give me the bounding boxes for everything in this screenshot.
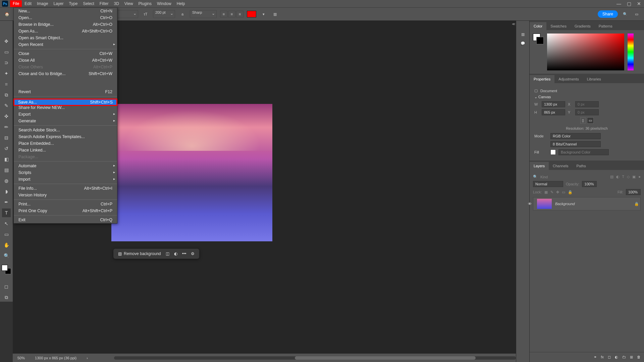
menu-file[interactable]: File	[10, 0, 22, 7]
landscape-icon[interactable]: ▭	[587, 117, 594, 124]
blend-mode-select[interactable]: Normal	[533, 181, 563, 187]
zoom-level[interactable]: 50%	[17, 356, 25, 360]
menu-item-open-recent[interactable]: Open Recent	[14, 41, 117, 48]
fg-bg-color-swatch[interactable]	[2, 265, 11, 274]
tool-brush[interactable]: ✏	[2, 123, 11, 131]
layer-visibility-icon[interactable]: 👁	[528, 202, 532, 206]
quick-mask-icon[interactable]: ◻	[2, 282, 11, 291]
workspace-icon[interactable]: ▭	[633, 10, 641, 18]
menu-item-generate[interactable]: Generate	[14, 118, 117, 124]
color-field[interactable]	[547, 34, 624, 70]
status-expand-icon[interactable]: ›	[87, 356, 88, 360]
menu-item-print-one-copy[interactable]: Print One CopyAlt+Shift+Ctrl+P	[14, 207, 117, 214]
menu-item-place-embedded-[interactable]: Place Embedded...	[14, 140, 117, 147]
tool-type[interactable]: T	[2, 208, 11, 217]
tool-lasso[interactable]: ⊃	[2, 58, 11, 67]
menu-item-export[interactable]: Export	[14, 111, 117, 118]
layer-mask-icon[interactable]: ◻	[608, 355, 611, 359]
fill-swatch[interactable]	[550, 149, 556, 155]
tab-adjustments[interactable]: Adjustments	[554, 75, 583, 83]
menu-item-scripts[interactable]: Scripts	[14, 169, 117, 176]
menu-item-print-[interactable]: Print...Ctrl+P	[14, 201, 117, 207]
menu-item-new-[interactable]: New...Ctrl+N	[14, 8, 117, 14]
menu-item-place-linked-[interactable]: Place Linked...	[14, 147, 117, 154]
tool-hand[interactable]: ✋	[2, 241, 11, 249]
delete-layer-icon[interactable]: 🗑	[637, 355, 641, 359]
layer-fill-input[interactable]: 100%	[626, 189, 641, 195]
share-button[interactable]: Share	[598, 10, 618, 18]
filter-toggle-icon[interactable]: ●	[638, 175, 641, 179]
menu-item-file-info-[interactable]: File Info...Alt+Shift+Ctrl+I	[14, 185, 117, 192]
tab-gradients[interactable]: Gradients	[571, 22, 595, 30]
layer-name[interactable]: Background	[555, 202, 575, 206]
tool-frame[interactable]: ⧉	[2, 90, 11, 99]
select-subject-icon[interactable]: ◫	[166, 251, 169, 256]
tool-dodge[interactable]: ◗	[2, 187, 11, 196]
home-icon[interactable]: 🏠	[3, 10, 11, 18]
menu-type[interactable]: Type	[66, 0, 80, 7]
menu-view[interactable]: View	[122, 0, 136, 7]
menu-item-close-and-go-to-bridge-[interactable]: Close and Go to Bridge...Shift+Ctrl+W	[14, 70, 117, 77]
panel-collapse-icon[interactable]: ≪	[511, 21, 516, 26]
menu-edit[interactable]: Edit	[22, 0, 34, 7]
color-mode-select[interactable]: RGB Color	[550, 133, 601, 139]
tool-crop[interactable]: ⌗	[2, 80, 11, 88]
more-icon[interactable]: •••	[182, 251, 186, 256]
menu-item-open-as-smart-object-[interactable]: Open as Smart Object...	[14, 35, 117, 41]
menu-item-import[interactable]: Import	[14, 176, 117, 183]
screen-mode-icon[interactable]: ⧉	[2, 293, 11, 302]
tool-pen[interactable]: ✒	[2, 198, 11, 206]
tool-zoom[interactable]: 🔍	[2, 251, 11, 260]
hue-slider[interactable]	[628, 34, 634, 70]
close-button[interactable]: ✕	[634, 0, 644, 7]
menu-item-search-adobe-express-templates-[interactable]: Search Adobe Express Templates...	[14, 133, 117, 140]
document-image[interactable]	[111, 104, 272, 241]
align-right-button[interactable]: ≡	[236, 11, 244, 17]
menu-image[interactable]: Image	[34, 0, 51, 7]
lock-artboard-icon[interactable]: ▭	[562, 190, 565, 194]
tab-patterns[interactable]: Patterns	[595, 22, 616, 30]
tab-color[interactable]: Color	[530, 22, 546, 30]
tool-rect[interactable]: ▭	[2, 230, 11, 239]
new-layer-icon[interactable]: ⊞	[630, 355, 633, 359]
menu-plugins[interactable]: Plugins	[136, 0, 154, 7]
tool-path[interactable]: ↖	[2, 219, 11, 228]
align-center-button[interactable]: ≡	[228, 11, 235, 17]
menu-item-close-all[interactable]: Close AllAlt+Ctrl+W	[14, 57, 117, 64]
lock-all-icon[interactable]: 🔒	[568, 190, 573, 194]
tool-marquee[interactable]: ▭	[2, 48, 11, 56]
font-size-select[interactable]: 200 pt	[153, 10, 175, 18]
horizontal-scrollbar[interactable]	[114, 356, 516, 361]
filter-adjust-icon[interactable]: ◐	[616, 175, 620, 179]
lock-image-icon[interactable]: ✎	[550, 190, 553, 194]
menu-filter[interactable]: Filter	[97, 0, 111, 7]
tool-eyedrop[interactable]: ✎	[2, 101, 11, 110]
menu-item-search-adobe-stock-[interactable]: Search Adobe Stock...	[14, 127, 117, 133]
tool-stamp[interactable]: ⊟	[2, 133, 11, 142]
filter-kind-label[interactable]: Kind	[540, 175, 548, 179]
menu-window[interactable]: Window	[154, 0, 174, 7]
menu-item-open-as-[interactable]: Open As...Alt+Shift+Ctrl+O	[14, 28, 117, 35]
width-input[interactable]: 1300 px	[542, 101, 565, 107]
fill-select[interactable]: Background Color	[558, 149, 609, 155]
histogram-icon[interactable]: ▥	[521, 32, 525, 37]
layer-row-background[interactable]: 👁 Background 🔒	[533, 197, 641, 210]
search-icon[interactable]: 🔍	[621, 10, 629, 18]
maximize-button[interactable]: ▢	[624, 0, 634, 7]
filter-pixel-icon[interactable]: ▧	[610, 175, 613, 179]
menu-layer[interactable]: Layer	[51, 0, 66, 7]
tool-history[interactable]: ↺	[2, 144, 11, 153]
warp-text-icon[interactable]: ▾	[260, 10, 268, 18]
layer-group-icon[interactable]: 🗀	[622, 355, 626, 359]
tool-move[interactable]: ✥	[2, 37, 11, 46]
height-input[interactable]: 865 px	[542, 109, 565, 115]
panel-toggle-icon[interactable]: ▥	[271, 10, 279, 18]
menu-3d[interactable]: 3D	[111, 0, 121, 7]
bit-depth-select[interactable]: 8 Bits/Channel	[550, 141, 601, 147]
filter-smart-icon[interactable]: ▣	[632, 175, 636, 179]
antialias-select[interactable]: Sharp	[190, 10, 217, 18]
filter-shape-icon[interactable]: ◇	[627, 175, 630, 179]
tab-properties[interactable]: Properties	[530, 75, 554, 83]
minimize-button[interactable]: —	[614, 0, 624, 7]
tool-blur[interactable]: ◍	[2, 176, 11, 185]
